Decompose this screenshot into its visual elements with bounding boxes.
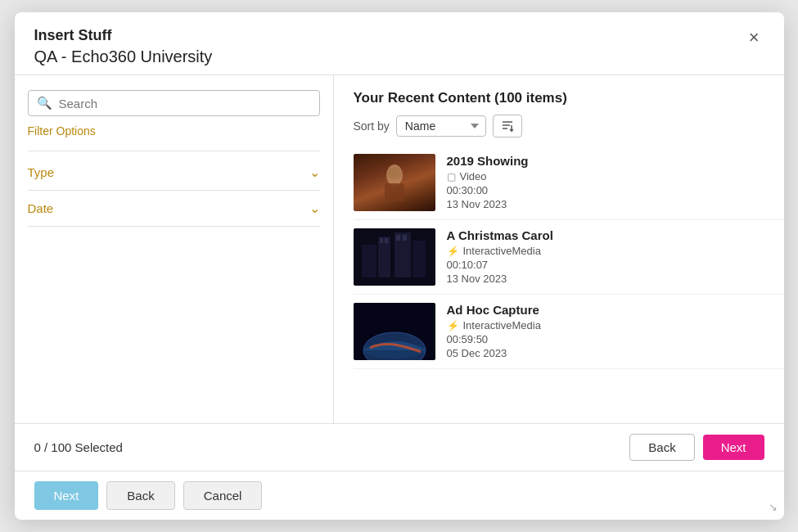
svg-rect-10 (413, 241, 426, 277)
bottom-cancel-button[interactable]: Cancel (183, 481, 263, 510)
sort-label: Sort by (354, 119, 390, 133)
sidebar: 🔍 Filter Options Type ⌄ Date ⌄ (15, 75, 334, 423)
resize-handle: ↘ (769, 501, 778, 513)
item-thumbnail (354, 303, 435, 360)
item-type: Video (460, 170, 487, 183)
item-thumbnail (354, 154, 435, 211)
item-meta-row: ⚡ InteractiveMedia (447, 245, 764, 257)
filter-options-link[interactable]: Filter Options (28, 124, 320, 138)
thumb-building-image (354, 228, 435, 286)
item-meta-row: ▢ Video (447, 170, 764, 183)
sort-select[interactable]: Name Date Duration (396, 115, 486, 137)
filter-type-label: Type (28, 165, 55, 179)
filter-date-label: Date (28, 201, 54, 215)
modal-subtitle: QA - Echo360 University (34, 47, 213, 66)
item-date: 13 Nov 2023 (447, 198, 764, 210)
building-svg (354, 228, 435, 286)
list-item[interactable]: 2019 Showing ▢ Video 00:30:00 13 Nov 202… (354, 146, 784, 220)
divider (28, 151, 320, 151)
footer-right: Back Next (629, 434, 764, 461)
selected-count: 0 / 100 Selected (34, 440, 123, 454)
thumb-portrait-image (354, 154, 435, 211)
bottom-bar: Next Back Cancel ↘ (15, 471, 784, 520)
portrait-svg (378, 160, 411, 205)
search-box: 🔍 (28, 90, 320, 116)
svg-rect-4 (385, 183, 404, 201)
items-list[interactable]: 2019 Showing ▢ Video 00:30:00 13 Nov 202… (334, 146, 784, 423)
modal-title: Insert Stuff (34, 27, 213, 44)
modal-header: Insert Stuff QA - Echo360 University × (15, 12, 784, 75)
content-area: Your Recent Content (100 items) Sort by … (334, 75, 784, 423)
chevron-down-icon: ⌄ (309, 165, 320, 180)
next-button[interactable]: Next (703, 435, 764, 460)
video-icon: ▢ (447, 171, 456, 183)
planet-svg (354, 303, 435, 360)
svg-point-5 (387, 168, 402, 179)
insert-stuff-modal: Insert Stuff QA - Echo360 University × 🔍… (15, 12, 784, 520)
svg-rect-14 (403, 235, 407, 241)
thumb-planet-image (354, 303, 435, 360)
content-title: Your Recent Content (100 items) (354, 90, 567, 106)
item-thumbnail (354, 228, 435, 286)
filter-date-row[interactable]: Date ⌄ (28, 191, 320, 227)
list-item[interactable]: Ad Hoc Capture ⚡ InteractiveMedia 00:59:… (354, 295, 784, 369)
list-item[interactable]: A Christmas Carol ⚡ InteractiveMedia 00:… (354, 220, 784, 295)
item-duration: 00:59:50 (447, 333, 764, 345)
item-type: InteractiveMedia (463, 319, 541, 331)
search-input[interactable] (59, 97, 311, 110)
sort-order-button[interactable] (493, 115, 522, 138)
modal-footer: 0 / 100 Selected Back Next (15, 423, 784, 471)
item-info: A Christmas Carol ⚡ InteractiveMedia 00:… (447, 228, 764, 285)
bottom-bar-left: Next Back Cancel (34, 481, 263, 510)
item-info: Ad Hoc Capture ⚡ InteractiveMedia 00:59:… (447, 303, 764, 359)
item-date: 13 Nov 2023 (447, 273, 764, 285)
bottom-back-button[interactable]: Back (106, 481, 174, 510)
item-info: 2019 Showing ▢ Video 00:30:00 13 Nov 202… (447, 154, 764, 210)
item-title: 2019 Showing (447, 154, 764, 168)
sort-row: Sort by Name Date Duration (334, 115, 784, 146)
item-duration: 00:30:00 (447, 184, 764, 196)
bottom-next-button[interactable]: Next (34, 481, 99, 510)
chevron-down-icon-2: ⌄ (309, 201, 320, 216)
modal-body: 🔍 Filter Options Type ⌄ Date ⌄ Your Rece… (15, 75, 784, 423)
item-title: A Christmas Carol (447, 228, 764, 242)
svg-rect-11 (380, 238, 383, 243)
item-type: InteractiveMedia (463, 245, 541, 257)
item-date: 05 Dec 2023 (447, 347, 764, 359)
close-button[interactable]: × (744, 27, 764, 48)
item-title: Ad Hoc Capture (447, 303, 764, 317)
lightning-icon: ⚡ (447, 246, 459, 257)
content-header: Your Recent Content (100 items) (334, 90, 784, 115)
sort-order-icon (500, 119, 515, 133)
lightning-icon-2: ⚡ (447, 320, 459, 331)
search-icon: 🔍 (37, 96, 52, 110)
back-button[interactable]: Back (629, 434, 694, 461)
filter-type-row[interactable]: Type ⌄ (28, 155, 320, 191)
modal-title-block: Insert Stuff QA - Echo360 University (34, 27, 213, 66)
item-meta-row: ⚡ InteractiveMedia (447, 319, 764, 331)
svg-rect-13 (396, 235, 400, 241)
svg-rect-12 (385, 238, 388, 243)
item-duration: 00:10:07 (447, 259, 764, 271)
svg-rect-9 (362, 245, 376, 277)
